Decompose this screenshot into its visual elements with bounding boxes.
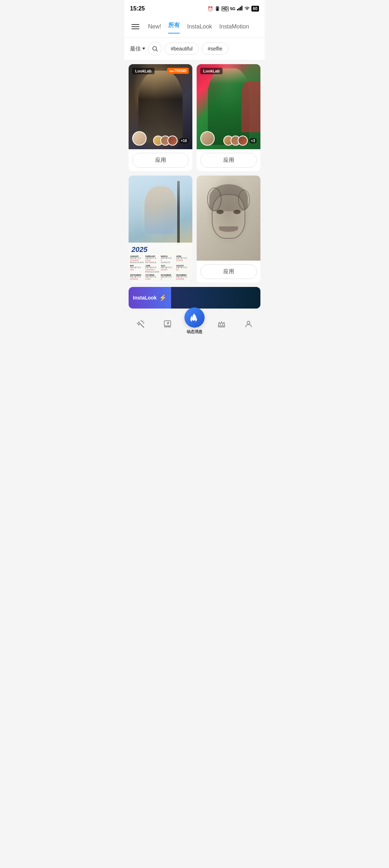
svg-point-8 — [144, 323, 144, 323]
magic-wand-icon — [136, 320, 145, 328]
person-icon — [244, 320, 253, 328]
crown-icon — [217, 320, 226, 328]
nav-item-vip[interactable] — [208, 320, 235, 328]
signal-icon — [237, 6, 243, 12]
nav-item-magic[interactable] — [127, 320, 154, 328]
apply-button-1[interactable]: 应用 — [132, 153, 189, 168]
search-button[interactable] — [148, 42, 162, 56]
svg-rect-0 — [237, 9, 238, 10]
svg-point-9 — [141, 320, 142, 321]
card-image-fashion2: LookLab +3 — [197, 64, 260, 149]
teaser-text: InstaLook ⚡ — [129, 287, 171, 309]
flame-circle — [184, 307, 205, 328]
tab-instalook[interactable]: InstaLook — [187, 22, 212, 31]
filter-tag-beautiful[interactable]: #beautiful — [165, 43, 199, 55]
svg-rect-1 — [238, 8, 240, 10]
cal-jul: JULY S M T W T F S 1 2 3 4 5 — [161, 265, 176, 273]
avatars-row-1: +16 — [153, 136, 189, 146]
top-nav: New! 所有 InstaLook InstaMotion — [124, 16, 265, 37]
calendar-overlay: 2025 JANUARY S M T W T F S 1 2 3 4 5 6 7… — [129, 243, 192, 282]
bottom-nav-items: 动态消息 — [124, 313, 265, 335]
tab-new[interactable]: New! — [148, 22, 161, 31]
avatar-count-2: +3 — [249, 138, 257, 143]
avatar-2c — [238, 136, 248, 146]
chevron-down-icon — [142, 48, 145, 50]
cal-aug: AUGUST S M T W T F S 1 2 — [176, 265, 191, 273]
status-time: 15:25 — [130, 5, 145, 12]
card-sketch: 应用 — [197, 176, 260, 283]
avatar-count-1: +16 — [179, 138, 189, 143]
avatars-row-2: +3 — [223, 136, 257, 146]
avatar-1c — [167, 136, 178, 146]
bottom-teaser-banner[interactable]: InstaLook ⚡ — [129, 287, 260, 309]
svg-rect-3 — [241, 6, 242, 10]
wifi-icon — [244, 6, 250, 12]
looklab-badge-1: LookLab — [132, 68, 155, 74]
calendar-year: 2025 — [130, 245, 191, 254]
status-icons: ⏰ 📳 HD 5G 60 — [207, 6, 259, 12]
filter-tag-selfie[interactable]: #selfie — [202, 43, 228, 55]
trend-badge-1: 90sTREND — [167, 68, 189, 74]
cal-feb: FEBRUARY S M T W T F S 1 2 3 4 5 6 7 8 9… — [146, 255, 160, 264]
cal-apr: APRIL S M T W T F S 1 2 3 4 5 — [176, 255, 191, 264]
cal-dec: DECEMBER S M T W T F S 1 2 3 4 5 6 — [176, 274, 191, 280]
hamburger-button[interactable] — [130, 23, 141, 31]
nav-feed-label: 动态消息 — [187, 329, 202, 335]
svg-point-4 — [153, 46, 157, 50]
nav-item-profile[interactable] — [235, 320, 262, 328]
bottom-nav: 动态消息 — [124, 310, 265, 340]
filter-best-button[interactable]: 最佳 — [130, 45, 145, 52]
battery-icon: 60 — [251, 6, 259, 12]
svg-point-15 — [247, 321, 250, 324]
user-avatar-1 — [132, 131, 147, 146]
edit-photo-icon — [163, 320, 172, 328]
svg-line-5 — [156, 50, 158, 52]
svg-line-6 — [141, 324, 144, 327]
network-5g-icon: 5G — [230, 6, 236, 11]
nav-item-edit[interactable] — [154, 320, 181, 328]
cal-jun: JUNE S M T W T F S 1 2 3 4 5 6 7 8 9 10 … — [146, 265, 160, 273]
card-child: 2025 JANUARY S M T W T F S 1 2 3 4 5 6 7… — [129, 176, 192, 283]
card-image-sketch — [197, 176, 260, 261]
svg-point-7 — [142, 321, 143, 322]
cal-mar: MARCH S M T W T F S 1 2 3 4 5 6 7 8 — [161, 255, 176, 264]
cal-may: MAY S M T W T F S 1 2 3 — [130, 265, 145, 273]
vibrate-icon: 📳 — [215, 6, 220, 11]
cal-oct: OCTOBER S M T W T F S 1 2 3 4 — [146, 274, 160, 280]
apply-button-4[interactable]: 应用 — [200, 264, 257, 279]
tab-instamotion[interactable]: InstaMotion — [219, 22, 249, 31]
status-bar: 15:25 ⏰ 📳 HD 5G 60 — [124, 0, 265, 16]
nav-row: New! 所有 InstaLook InstaMotion — [124, 19, 265, 37]
tab-all[interactable]: 所有 — [168, 20, 180, 34]
nav-item-feed[interactable]: 动态消息 — [181, 313, 208, 335]
alarm-icon: ⏰ — [207, 6, 213, 12]
cal-nov: NOVEMBER S M T W T F S 1 — [161, 274, 176, 280]
svg-rect-2 — [240, 7, 241, 10]
cal-sep: SEPTEMBER S M T W T F S 1 2 3 4 5 6 — [130, 274, 145, 280]
content-grid: LookLab 90sTREND +16 应用 LookLab — [124, 60, 265, 287]
hd-icon: HD — [222, 6, 229, 11]
looklab-badge-2: LookLab — [200, 68, 223, 74]
card-fashion2: LookLab +3 应用 — [197, 64, 260, 171]
apply-button-2[interactable]: 应用 — [200, 153, 257, 168]
calendar-grid: JANUARY S M T W T F S 1 2 3 4 5 6 7 8 9 … — [130, 255, 191, 280]
card-fashion1: LookLab 90sTREND +16 应用 — [129, 64, 192, 171]
card-image-child: 2025 JANUARY S M T W T F S 1 2 3 4 5 6 7… — [129, 176, 192, 282]
cal-jan: JANUARY S M T W T F S 1 2 3 4 5 6 7 8 9 … — [130, 255, 145, 264]
user-avatar-2 — [200, 131, 215, 146]
filter-row: 最佳 #beautiful #selfie — [124, 37, 265, 60]
card-image-fashion1: LookLab 90sTREND +16 — [129, 64, 192, 149]
